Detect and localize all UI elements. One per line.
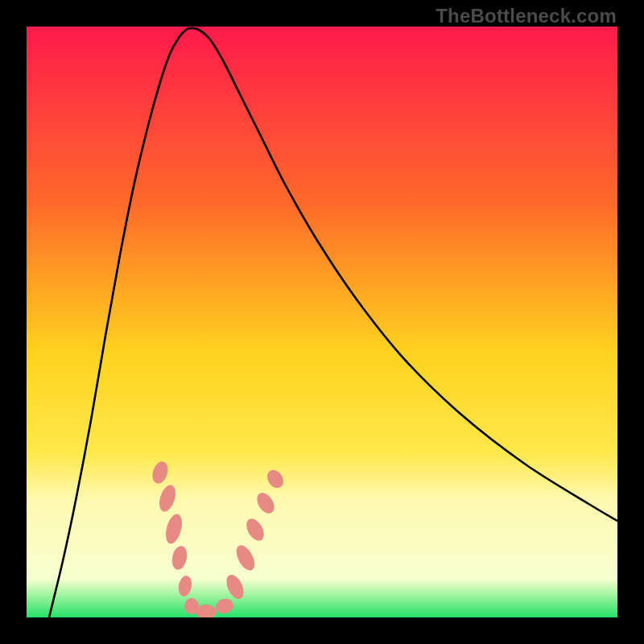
watermark-text: TheBottleneck.com bbox=[436, 5, 617, 27]
curve-marker bbox=[264, 467, 287, 491]
curve-marker bbox=[254, 489, 278, 516]
curve-marker bbox=[163, 512, 184, 545]
chart-frame: TheBottleneck.com bbox=[0, 0, 644, 644]
curve-marker bbox=[156, 483, 179, 514]
curve-marker bbox=[150, 460, 171, 485]
curve-marker bbox=[223, 572, 247, 602]
curve-marker bbox=[233, 543, 258, 573]
curve-layer bbox=[27, 27, 617, 617]
curve-markers bbox=[150, 460, 287, 617]
curve-marker bbox=[170, 544, 189, 571]
curve-marker bbox=[177, 575, 193, 597]
curve-marker bbox=[214, 597, 235, 615]
plot-area bbox=[27, 27, 617, 617]
bottleneck-curve bbox=[49, 28, 617, 617]
curve-marker bbox=[243, 516, 268, 544]
